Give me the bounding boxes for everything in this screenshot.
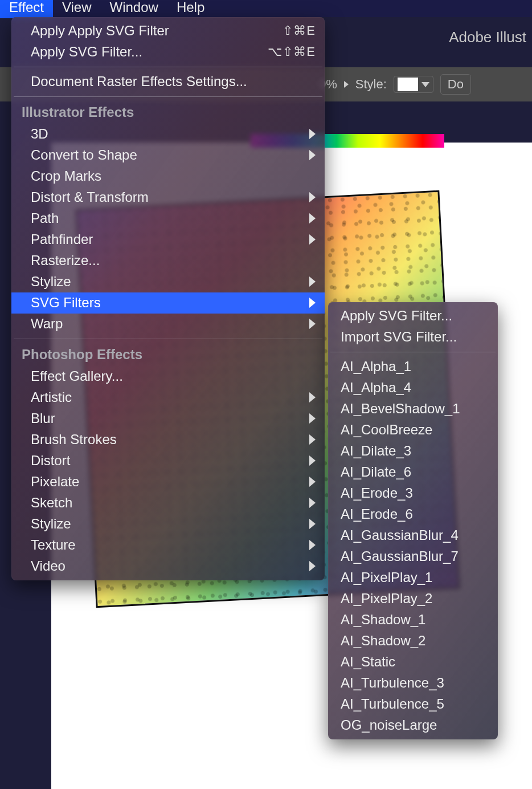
svg-filter-ai-static[interactable]: AI_Static — [328, 652, 498, 673]
menu-item-stylize[interactable]: Stylize — [11, 514, 325, 535]
menu-item-3d[interactable]: 3D — [11, 124, 325, 145]
submenu-arrow-icon — [309, 298, 316, 308]
menu-item-label: AI_Static — [341, 654, 395, 670]
menu-item-svg-filters[interactable]: SVG Filters — [11, 292, 325, 314]
menu-item-pathfinder[interactable]: Pathfinder — [11, 229, 325, 250]
illustrator-effects-header: Illustrator Effects — [11, 101, 325, 124]
menu-item-crop-marks[interactable]: Crop Marks — [11, 166, 325, 187]
photoshop-effects-header: Photoshop Effects — [11, 343, 325, 366]
menu-item-label: Rasterize... — [31, 253, 100, 269]
menu-item-doc-raster-settings[interactable]: Document Raster Effects Settings... — [11, 71, 325, 92]
menu-item-label: AI_Shadow_1 — [341, 612, 425, 628]
svg-filter-ai-erode-3[interactable]: AI_Erode_3 — [328, 483, 498, 504]
svg-filter-ai-gaussianblur-4[interactable]: AI_GaussianBlur_4 — [328, 525, 498, 546]
menu-item-artistic[interactable]: Artistic — [11, 387, 325, 408]
menu-item-label: AI_Alpha_1 — [341, 359, 411, 375]
menu-divider — [14, 339, 322, 339]
menu-item-label: SVG Filters — [31, 295, 101, 311]
menu-item-apply-last[interactable]: Apply Apply SVG Filter ⇧⌘E — [11, 21, 325, 42]
menu-item-label: AI_PixelPlay_1 — [341, 570, 432, 585]
submenu-arrow-icon — [309, 455, 316, 466]
menu-item-label: Distort — [31, 453, 70, 469]
svg-filter-ai-erode-6[interactable]: AI_Erode_6 — [328, 504, 498, 525]
svg-filter-ai-alpha-1[interactable]: AI_Alpha_1 — [328, 356, 498, 377]
svg-filter-ai-alpha-4[interactable]: AI_Alpha_4 — [328, 377, 498, 398]
menu-item-warp[interactable]: Warp — [11, 314, 325, 335]
menu-divider — [14, 67, 322, 67]
menu-item-brush-strokes[interactable]: Brush Strokes — [11, 429, 325, 450]
menu-item-label: AI_GaussianBlur_7 — [341, 548, 459, 564]
submenu-arrow-icon — [309, 150, 316, 160]
submenu-item-import-svg-filter[interactable]: Import SVG Filter... — [328, 327, 498, 348]
menu-item-label: Apply SVG Filter... — [31, 44, 142, 60]
menu-item-label: Sketch — [31, 495, 72, 511]
menu-item-label: Pixelate — [31, 474, 79, 490]
submenu-arrow-icon — [309, 477, 316, 487]
menu-item-apply-svg-filter[interactable]: Apply SVG Filter... ⌥⇧⌘E — [11, 42, 325, 63]
svg-filter-ai-coolbreeze[interactable]: AI_CoolBreeze — [328, 420, 498, 441]
svg-filter-ai-turbulence-3[interactable]: AI_Turbulence_3 — [328, 673, 498, 694]
options-button[interactable]: Do — [440, 74, 471, 95]
menu-item-path[interactable]: Path — [11, 208, 325, 229]
menu-item-label: Path — [31, 210, 59, 226]
submenu-arrow-icon — [309, 540, 316, 550]
menu-item-label: AI_Alpha_4 — [341, 380, 411, 396]
menu-item-label: Distort & Transform — [31, 189, 149, 205]
submenu-arrow-icon — [309, 319, 316, 329]
svg-filters-submenu: Apply SVG Filter...Import SVG Filter... … — [328, 302, 498, 739]
menu-item-pixelate[interactable]: Pixelate — [11, 471, 325, 493]
menu-item-label: Document Raster Effects Settings... — [31, 74, 247, 90]
menu-item-stylize[interactable]: Stylize — [11, 271, 325, 292]
menu-divider — [14, 96, 322, 97]
submenu-item-apply-svg-filter[interactable]: Apply SVG Filter... — [328, 306, 498, 327]
menu-item-label: Artistic — [31, 389, 72, 405]
submenu-arrow-icon — [309, 129, 316, 139]
svg-filter-ai-shadow-1[interactable]: AI_Shadow_1 — [328, 609, 498, 631]
menu-divider — [330, 352, 496, 352]
menubar-item-effect[interactable]: Effect — [0, 0, 53, 18]
chevron-right-icon[interactable] — [344, 81, 349, 88]
menu-item-label: AI_PixelPlay_2 — [341, 591, 432, 607]
menu-item-blur[interactable]: Blur — [11, 408, 325, 429]
submenu-arrow-icon — [309, 498, 316, 508]
style-label: Style: — [355, 77, 387, 92]
svg-filter-ai-turbulence-5[interactable]: AI_Turbulence_5 — [328, 694, 498, 715]
menu-item-effect-gallery[interactable]: Effect Gallery... — [11, 366, 325, 387]
svg-filter-ai-bevelshadow-1[interactable]: AI_BevelShadow_1 — [328, 398, 498, 420]
svg-filter-ai-pixelplay-2[interactable]: AI_PixelPlay_2 — [328, 588, 498, 609]
svg-filter-ai-shadow-2[interactable]: AI_Shadow_2 — [328, 631, 498, 652]
shortcut-text: ⇧⌘E — [283, 23, 316, 38]
menu-item-label: Apply Apply SVG Filter — [31, 23, 169, 39]
menu-item-label: Stylize — [31, 516, 71, 532]
menubar: Effect View Window Help — [0, 0, 532, 17]
style-dropdown[interactable] — [394, 76, 433, 93]
style-swatch — [398, 78, 418, 91]
submenu-arrow-icon — [309, 276, 316, 287]
menu-item-label: AI_BevelShadow_1 — [341, 401, 460, 417]
svg-filter-ai-dilate-6[interactable]: AI_Dilate_6 — [328, 462, 498, 483]
svg-filter-og-noiselarge[interactable]: OG_noiseLarge — [328, 715, 498, 736]
menubar-item-view[interactable]: View — [53, 0, 101, 18]
submenu-arrow-icon — [309, 519, 316, 529]
submenu-arrow-icon — [309, 561, 316, 571]
menu-item-distort[interactable]: Distort — [11, 450, 325, 471]
menubar-item-window[interactable]: Window — [101, 0, 167, 18]
svg-filter-ai-dilate-3[interactable]: AI_Dilate_3 — [328, 441, 498, 462]
svg-filter-ai-gaussianblur-7[interactable]: AI_GaussianBlur_7 — [328, 546, 498, 567]
menubar-item-help[interactable]: Help — [167, 0, 214, 18]
menu-item-texture[interactable]: Texture — [11, 535, 325, 556]
effect-menu: Apply Apply SVG Filter ⇧⌘E Apply SVG Fil… — [11, 17, 325, 580]
menu-item-label: AI_Dilate_3 — [341, 443, 411, 459]
svg-filter-ai-pixelplay-1[interactable]: AI_PixelPlay_1 — [328, 567, 498, 588]
menu-item-video[interactable]: Video — [11, 556, 325, 577]
menu-item-label: Texture — [31, 537, 76, 553]
menu-item-label: Stylize — [31, 274, 71, 290]
menu-item-label: Effect Gallery... — [31, 368, 123, 384]
menu-item-label: Video — [31, 558, 66, 574]
menu-item-label: Blur — [31, 410, 55, 426]
menu-item-convert-to-shape[interactable]: Convert to Shape — [11, 145, 325, 166]
submenu-arrow-icon — [309, 213, 316, 223]
menu-item-sketch[interactable]: Sketch — [11, 493, 325, 514]
menu-item-rasterize[interactable]: Rasterize... — [11, 250, 325, 271]
menu-item-distort-transform[interactable]: Distort & Transform — [11, 187, 325, 208]
